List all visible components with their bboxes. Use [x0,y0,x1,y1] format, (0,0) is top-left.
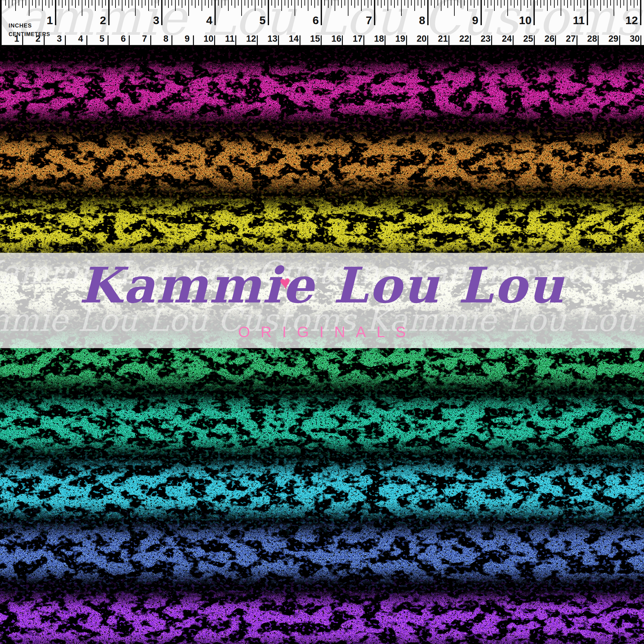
ruler-tick [567,0,568,8]
ruler-tick [39,0,39,6]
ruler-tick [397,0,398,6]
ruler-tick [478,0,478,6]
cm-number: 17 [350,34,365,44]
cm-number: 26 [542,34,557,44]
cm-number: 15 [308,34,322,44]
ruler-tick [418,0,418,6]
cm-number: 12 [244,34,258,44]
ruler-tick [358,0,358,6]
ruler-tick [571,0,571,6]
ruler-tick [311,0,312,6]
ruler-tick [431,0,432,6]
cm-number: 13 [265,34,280,44]
ruler-tick [22,0,23,8]
ruler-tick [351,0,352,6]
ruler-tick [105,0,106,6]
ruler-tick [12,0,13,6]
cm-number: 27 [564,34,578,44]
ruler-tick [69,0,69,11]
ruler-tick [617,0,618,6]
inch-number: 2 [93,14,106,27]
ruler-tick [78,0,79,6]
ruler-tick [5,0,6,6]
cm-number: 10 [201,34,216,44]
ruler-tick [195,0,196,8]
ruler-tick [354,0,355,8]
ruler-tick [248,0,249,8]
ruler-tick [434,0,435,8]
ruler-tick [461,0,461,8]
cm-number: 28 [585,34,599,44]
ruler-tick [530,0,531,6]
ruler-tick [321,0,322,25]
cm-number: 20 [414,34,429,44]
ruler-tick [208,0,209,8]
ruler-tick [444,0,445,6]
ruler-tick [361,0,362,11]
cm-number: 24 [500,34,514,44]
ruler-tick [637,0,638,6]
ruler-tick [188,0,189,16]
ruler-tick [378,0,378,6]
ruler-tick [384,0,385,6]
ruler-tick [557,0,558,6]
ruler-tick [427,0,429,25]
ruler-tick [291,0,292,6]
brand-subtitle: ORIGINALS [0,323,644,341]
ruler-tick [175,0,176,11]
ruler-tick [554,0,555,8]
ruler-tick [221,0,222,8]
inch-number: 7 [359,14,372,27]
ruler-tick [574,0,575,11]
ruler-tick [275,0,275,8]
ruler-tick [640,0,641,25]
ruler-tick [25,0,26,6]
cm-number: 2 [31,34,45,44]
ruler-tick [474,0,475,8]
ruler-tick [145,0,146,6]
ruler-tick [32,0,33,6]
ruler-tick [590,0,591,6]
ruler-tick [394,0,395,8]
ruler-tick [348,0,348,16]
cm-number: 6 [116,34,130,44]
ruler-tick [99,0,99,6]
ruler-tick [511,0,511,6]
ruler-tick [75,0,76,8]
ruler-tick [19,0,19,6]
ruler-tick [245,0,245,6]
ruler-tick [504,0,505,6]
ruler-tick [627,0,627,11]
ruler-tick [42,0,43,11]
inch-number: 6 [305,14,319,27]
ruler-tick [268,0,269,25]
ruler-tick [241,0,242,16]
ruler-tick [388,0,388,11]
ruler-tick [65,0,66,6]
ruler-tick [521,0,521,11]
cm-number: 25 [521,34,535,44]
inch-number: 12 [625,14,638,27]
ruler-tick [228,0,229,11]
ruler-tick [481,0,482,25]
ruler-tick [59,0,59,6]
ruler-tick [235,0,235,8]
ruler-tick [95,0,96,11]
cm-number: 3 [52,34,67,44]
ruler-tick [514,0,515,8]
ruler-tick [345,0,345,6]
ruler-tick [404,0,405,6]
ruler-tick [281,0,282,11]
ruler-tick [132,0,132,6]
ruler-tick [238,0,239,6]
ruler-tick [295,0,295,16]
ruler-tick [225,0,225,6]
ruler-tick [411,0,412,6]
ruler-tick [155,0,156,8]
ruler-tick [550,0,551,6]
ruler-tick [314,0,315,8]
inch-number: 3 [146,14,159,27]
ruler-tick [165,0,165,6]
ruler-tick [607,0,608,8]
ruler-zero-edge [0,0,2,45]
